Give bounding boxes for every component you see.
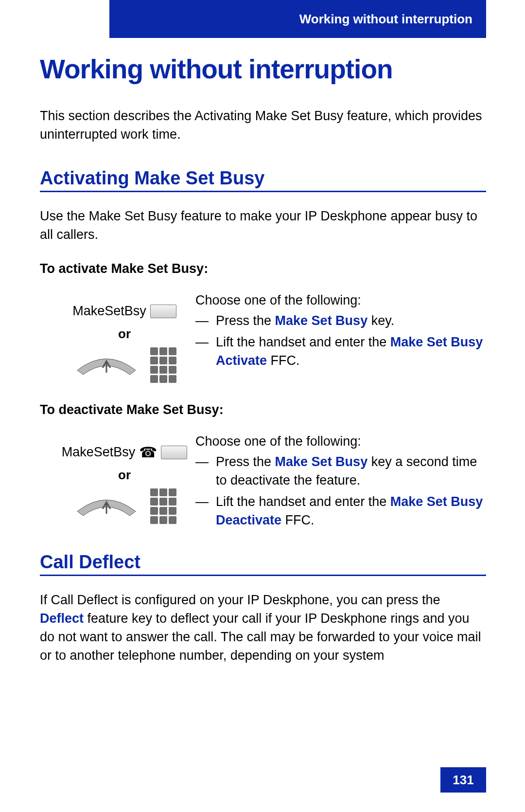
- section2-description: If Call Deflect is configured on your IP…: [40, 591, 486, 665]
- make-set-busy-key-2: Make Set Busy: [275, 454, 368, 469]
- handset-keypad-row-2: [53, 488, 195, 524]
- section-heading-call-deflect: Call Deflect: [40, 552, 486, 576]
- deactivate-item-1: — Press the Make Set Busy key a second t…: [195, 452, 486, 489]
- activate-step: MakeSetBsy or Choose: [40, 291, 486, 383]
- deactivate-text-column: Choose one of the following: — Press the…: [195, 432, 486, 532]
- phone-icon: ☎: [139, 445, 157, 460]
- deactivate-lead: Choose one of the following:: [195, 432, 486, 451]
- deflect-key: Deflect: [40, 611, 84, 626]
- softkey-button-icon: [150, 305, 176, 318]
- intro-paragraph: This section describes the Activating Ma…: [40, 107, 486, 144]
- activate-graphic-column: MakeSetBsy or: [40, 291, 195, 383]
- softkey-button-icon-2: [161, 446, 187, 459]
- handset-lift-icon: [72, 353, 140, 378]
- or-label: or: [53, 326, 195, 342]
- handset-keypad-row: [53, 347, 195, 383]
- or-label-2: or: [53, 468, 195, 483]
- section-heading-make-set-busy: Activating Make Set Busy: [40, 168, 486, 192]
- activate-lead: Choose one of the following:: [195, 291, 486, 309]
- make-set-busy-key: Make Set Busy: [275, 313, 368, 328]
- deactivate-graphic-column: MakeSetBsy ☎ or: [40, 432, 195, 532]
- activate-item-2: — Lift the handset and enter the Make Se…: [195, 333, 486, 370]
- section1-description: Use the Make Set Busy feature to make yo…: [40, 207, 486, 244]
- activate-item-1: — Press the Make Set Busy key.: [195, 311, 486, 330]
- running-title: Working without interruption: [299, 12, 472, 27]
- handset-lift-icon-2: [72, 494, 140, 519]
- deactivate-item-2: — Lift the handset and enter the Make Se…: [195, 492, 486, 529]
- softkey-line: MakeSetBsy: [72, 304, 176, 319]
- softkey-label: MakeSetBsy: [72, 304, 146, 319]
- page-content: Working without interruption This sectio…: [40, 49, 486, 682]
- deactivate-label: To deactivate Make Set Busy:: [40, 402, 486, 417]
- running-header: Working without interruption: [109, 0, 486, 38]
- softkey-label-2: MakeSetBsy: [62, 445, 136, 460]
- keypad-icon: [150, 347, 176, 383]
- page-number: 131: [440, 767, 486, 793]
- page-title: Working without interruption: [40, 54, 486, 85]
- softkey-line-2: MakeSetBsy ☎: [62, 445, 188, 460]
- activate-text-column: Choose one of the following: — Press the…: [195, 291, 486, 383]
- activate-label: To activate Make Set Busy:: [40, 261, 486, 276]
- deactivate-step: MakeSetBsy ☎ or: [40, 432, 486, 532]
- keypad-icon-2: [150, 488, 176, 524]
